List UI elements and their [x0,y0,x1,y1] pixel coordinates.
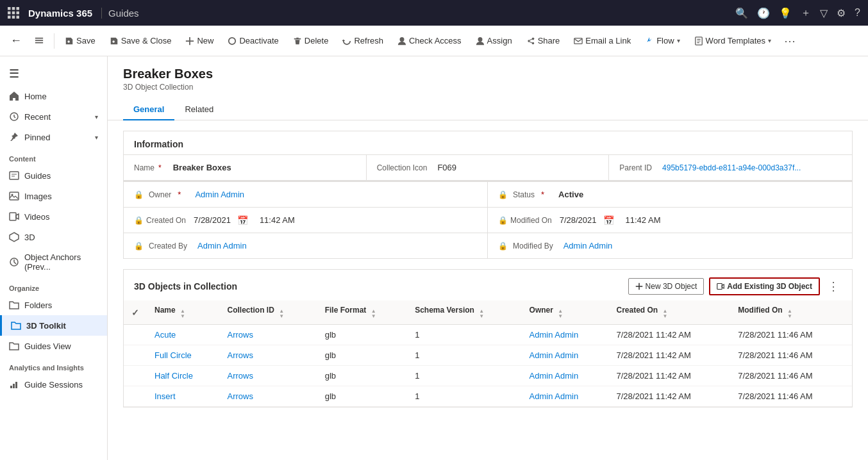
created-by-value[interactable]: Admin Admin [197,241,247,251]
more-options-button[interactable]: ⋯ [779,30,801,52]
objects-header: 3D Objects in Collection New 3D Object A… [124,270,852,300]
row-owner[interactable]: Admin Admin [522,325,609,345]
svg-rect-6 [8,16,11,19]
sidebar-item-guides[interactable]: Guides [0,165,107,186]
svg-rect-19 [10,213,16,220]
row-name[interactable]: Insert [147,386,219,407]
main-layout: ☰ Home Recent ▾ Pinned ▾ Content Guides … [0,56,868,460]
sidebar-item-pinned[interactable]: Pinned ▾ [0,127,107,147]
cmd-separator-1 [54,33,54,49]
new-3d-object-button[interactable]: New 3D Object [628,278,705,295]
recent-icon[interactable]: 🕐 [757,7,770,19]
record-icon-button[interactable] [28,33,50,49]
flow-button[interactable]: Flow ▾ [638,32,686,49]
svg-rect-7 [12,16,15,19]
created-by-row: 🔒 Created By Admin Admin 🔒 Modified By A… [124,233,852,258]
row-collection-id[interactable]: Arrows [219,366,317,386]
sidebar-item-videos[interactable]: Videos [0,206,107,227]
settings-icon[interactable]: ⚙ [837,7,846,19]
col-name[interactable]: Name ▲▼ [147,300,219,325]
sidebar-item-object-anchors[interactable]: Object Anchors (Prev... [0,247,107,277]
col-owner[interactable]: Owner ▲▼ [522,300,609,325]
sidebar-hamburger[interactable]: ☰ [0,62,107,86]
row-collection-id[interactable]: Arrows [219,386,317,407]
share-button[interactable]: Share [520,32,567,49]
add-icon[interactable]: ＋ [801,6,811,20]
row-owner[interactable]: Admin Admin [522,345,609,366]
save-close-button[interactable]: Save & Close [103,32,178,49]
topbar-right: 🔍 🕐 💡 ＋ ▽ ⚙ ? [735,6,860,20]
search-icon[interactable]: 🔍 [735,7,748,19]
svg-rect-8 [17,16,20,19]
created-on-label: Created On [146,216,186,225]
objects-more-button[interactable]: ⋮ [825,279,842,293]
name-cell: Name * Breaker Boxes [124,155,367,180]
check-access-button[interactable]: Check Access [391,32,468,49]
col-created-on[interactable]: Created On ▲▼ [609,300,731,325]
new-button[interactable]: New [179,32,220,49]
owner-section: 🔒 Owner * Admin Admin 🔒 Status * Active … [123,181,853,259]
refresh-button[interactable]: Refresh [336,32,390,49]
row-collection-id[interactable]: Arrows [219,345,317,366]
col-file-format[interactable]: File Format ▲▼ [317,300,408,325]
save-button[interactable]: Save [58,32,102,49]
tab-related[interactable]: Related [174,99,224,120]
name-required: * [158,163,162,172]
row-name[interactable]: Full Circle [147,345,219,366]
owner-value[interactable]: Admin Admin [195,190,244,199]
info-section-title: Information [124,131,852,154]
deactivate-button[interactable]: Deactivate [221,32,285,49]
modified-by-value[interactable]: Admin Admin [563,241,613,251]
table-row: Insert Arrows glb 1 Admin Admin 7/28/202… [124,386,852,407]
app-grid-button[interactable] [8,7,19,19]
sidebar-item-folders[interactable]: Folders [0,295,107,315]
filter-icon[interactable]: ▽ [820,7,828,19]
tab-general[interactable]: General [123,99,174,120]
col-collection-id[interactable]: Collection ID ▲▼ [219,300,317,325]
owner-cell: 🔒 Owner * Admin Admin [124,182,488,207]
row-owner[interactable]: Admin Admin [522,386,609,407]
sidebar-item-home[interactable]: Home [0,86,107,106]
row-collection-id[interactable]: Arrows [219,325,317,345]
collection-icon-label: Collection Icon [377,163,428,172]
information-section: Information Name * Breaker Boxes Collect… [123,131,853,181]
table-row: Half Circle Arrows glb 1 Admin Admin 7/2… [124,366,852,386]
svg-rect-21 [717,284,722,290]
lightbulb-icon[interactable]: 💡 [779,7,792,19]
sidebar-item-3d-toolkit[interactable]: 3D Toolkit [0,315,107,336]
word-templates-button[interactable]: Word Templates ▾ [688,32,778,49]
sidebar-item-recent[interactable]: Recent ▾ [0,106,107,127]
row-name[interactable]: Acute [147,325,219,345]
row-check [124,345,147,366]
created-by-label: Created By [149,242,187,251]
svg-rect-2 [17,7,20,10]
sidebar-item-images[interactable]: Images [0,186,107,206]
table-row: Acute Arrows glb 1 Admin Admin 7/28/2021… [124,325,852,345]
row-check [124,325,147,345]
assign-button[interactable]: Assign [469,32,519,49]
row-modified-on: 7/28/2021 11:46 AM [730,345,852,366]
parent-id-cell: Parent ID 495b5179-ebdd-e811-a94e-000d3a… [609,155,852,180]
svg-rect-17 [10,192,19,200]
sidebar-item-guides-view[interactable]: Guides View [0,336,107,356]
col-modified-on[interactable]: Modified On ▲▼ [730,300,852,325]
objects-section-title: 3D Objects in Collection [134,281,237,292]
email-link-button[interactable]: Email a Link [567,32,637,49]
record-header: Breaker Boxes 3D Object Collection Gener… [108,56,868,120]
sidebar-item-guide-sessions[interactable]: Guide Sessions [0,374,107,395]
sidebar-item-3d[interactable]: 3D [0,227,107,247]
add-existing-3d-object-button[interactable]: Add Existing 3D Object [709,277,820,295]
delete-button[interactable]: Delete [287,32,335,49]
created-lock-icon: 🔒 [134,216,144,225]
table-row: Full Circle Arrows glb 1 Admin Admin 7/2… [124,345,852,366]
help-icon[interactable]: ? [855,7,860,19]
row-name[interactable]: Half Circle [147,366,219,386]
col-schema-version[interactable]: Schema Version ▲▼ [407,300,521,325]
content-area: Breaker Boxes 3D Object Collection Gener… [108,56,868,460]
modified-on-date: 7/28/2021 [560,215,597,225]
modified-by-label: Modified By [513,242,553,251]
back-button[interactable]: ← [5,30,27,51]
status-label: Status [513,190,535,199]
svg-point-12 [229,37,236,44]
row-owner[interactable]: Admin Admin [522,366,609,386]
